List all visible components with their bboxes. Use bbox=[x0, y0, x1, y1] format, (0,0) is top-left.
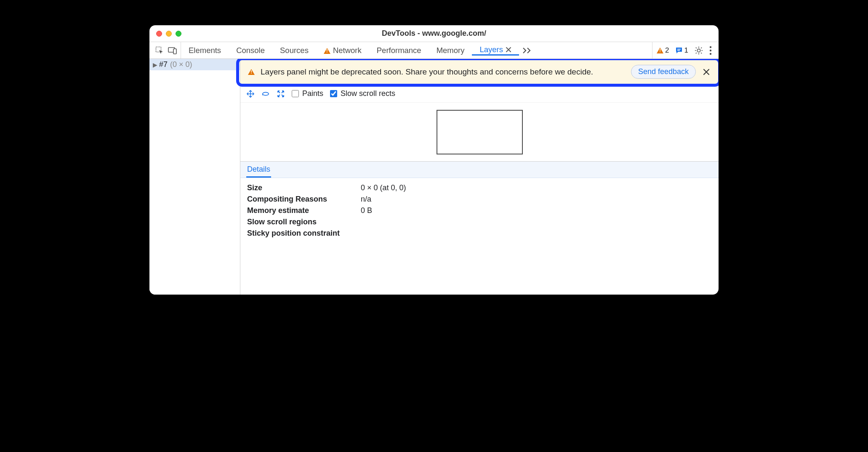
deprecation-banner: Layers panel might be deprecated soon. S… bbox=[240, 59, 719, 85]
layers-3d-view[interactable] bbox=[240, 103, 719, 162]
detail-row-memory: Memory estimate 0 B bbox=[247, 205, 406, 216]
details-tabbar: Details bbox=[240, 162, 719, 178]
tab-label: Network bbox=[333, 46, 362, 55]
window-title: DevTools - www.google.com/ bbox=[149, 29, 719, 38]
tab-label: Sources bbox=[280, 46, 309, 55]
rotate-tool-icon[interactable] bbox=[261, 90, 270, 98]
device-toolbar-icon[interactable] bbox=[168, 46, 177, 55]
tab-label: Elements bbox=[189, 46, 221, 55]
tab-label: Performance bbox=[377, 46, 421, 55]
paints-label: Paints bbox=[302, 89, 323, 98]
main-tabstrip: Elements Console Sources Network Perform… bbox=[149, 42, 719, 59]
detail-key: Compositing Reasons bbox=[247, 194, 361, 205]
message-count: 1 bbox=[684, 46, 688, 55]
detail-row-slow-scroll: Slow scroll regions bbox=[247, 216, 406, 228]
message-icon bbox=[675, 47, 683, 54]
slow-scroll-checkbox-input[interactable] bbox=[330, 90, 337, 97]
svg-point-7 bbox=[710, 53, 711, 54]
details-table: Size 0 × 0 (at 0, 0) Compositing Reasons… bbox=[247, 182, 406, 239]
tab-label: Layers bbox=[479, 45, 503, 54]
tab-console[interactable]: Console bbox=[229, 46, 272, 55]
more-tabs-button[interactable] bbox=[519, 47, 536, 54]
tab-sources[interactable]: Sources bbox=[272, 46, 316, 55]
close-banner-icon[interactable] bbox=[702, 67, 711, 77]
minimize-window-button[interactable] bbox=[166, 31, 172, 37]
disclosure-triangle-icon[interactable]: ▶ bbox=[153, 61, 157, 68]
close-window-button[interactable] bbox=[156, 31, 162, 37]
svg-point-6 bbox=[710, 49, 711, 51]
deprecation-banner-wrap: Layers panel might be deprecated soon. S… bbox=[240, 59, 719, 85]
layers-tree-sidebar: ▶ #7 (0 × 0) bbox=[149, 59, 240, 295]
svg-rect-3 bbox=[677, 49, 681, 50]
details-tab[interactable]: Details bbox=[246, 162, 271, 178]
window-controls bbox=[156, 31, 181, 37]
tab-label: Memory bbox=[437, 46, 465, 55]
close-tab-icon[interactable] bbox=[506, 47, 511, 53]
tab-label: Console bbox=[236, 46, 265, 55]
layer-dimensions: (0 × 0) bbox=[169, 60, 192, 69]
detail-value bbox=[361, 228, 406, 239]
layer-name: #7 bbox=[159, 60, 168, 69]
send-feedback-button[interactable]: Send feedback bbox=[631, 65, 696, 79]
warning-icon bbox=[248, 69, 255, 75]
slow-scroll-checkbox[interactable]: Slow scroll rects bbox=[330, 89, 395, 98]
tab-layers[interactable]: Layers bbox=[472, 45, 519, 56]
messages-counter[interactable]: 1 bbox=[675, 46, 688, 55]
detail-value: 0 × 0 (at 0, 0) bbox=[361, 182, 406, 194]
tab-network[interactable]: Network bbox=[316, 46, 369, 55]
layer-tree-item[interactable]: ▶ #7 (0 × 0) bbox=[149, 59, 240, 70]
slow-scroll-label: Slow scroll rects bbox=[341, 89, 395, 98]
inspect-element-icon[interactable] bbox=[155, 46, 164, 55]
detail-row-sticky: Sticky position constraint bbox=[247, 228, 406, 239]
panel-tabs: Elements Console Sources Network Perform… bbox=[181, 42, 536, 58]
settings-icon[interactable] bbox=[694, 46, 703, 55]
detail-value bbox=[361, 216, 406, 228]
issues-counter[interactable]: 2 bbox=[657, 46, 669, 55]
detail-key: Size bbox=[247, 182, 361, 194]
detail-value: 0 B bbox=[361, 205, 406, 216]
reset-view-icon[interactable] bbox=[277, 90, 285, 98]
devtools-window: DevTools - www.google.com/ Elements Cons… bbox=[149, 25, 719, 295]
inspect-tools bbox=[152, 42, 181, 58]
warning-icon bbox=[324, 48, 330, 54]
detail-key: Memory estimate bbox=[247, 205, 361, 216]
paints-checkbox[interactable]: Paints bbox=[292, 89, 323, 98]
paints-checkbox-input[interactable] bbox=[292, 90, 299, 97]
kebab-menu-icon[interactable] bbox=[709, 46, 712, 55]
tab-memory[interactable]: Memory bbox=[429, 46, 472, 55]
layers-toolbar: Paints Slow scroll rects bbox=[240, 85, 719, 103]
panel-body: ▶ #7 (0 × 0) Layers panel might be depre… bbox=[149, 59, 719, 295]
tab-performance[interactable]: Performance bbox=[369, 46, 429, 55]
titlebar: DevTools - www.google.com/ bbox=[149, 25, 719, 42]
pan-tool-icon[interactable] bbox=[246, 90, 255, 98]
detail-key: Sticky position constraint bbox=[247, 228, 361, 239]
details-pane: Size 0 × 0 (at 0, 0) Compositing Reasons… bbox=[240, 178, 719, 249]
tabstrip-status: 2 1 bbox=[652, 42, 716, 58]
zoom-window-button[interactable] bbox=[176, 31, 181, 37]
banner-text: Layers panel might be deprecated soon. S… bbox=[261, 67, 625, 77]
tab-elements[interactable]: Elements bbox=[181, 46, 229, 55]
layer-rectangle[interactable] bbox=[437, 110, 523, 154]
svg-rect-4 bbox=[677, 50, 680, 51]
detail-row-size: Size 0 × 0 (at 0, 0) bbox=[247, 182, 406, 194]
layers-main: Layers panel might be deprecated soon. S… bbox=[240, 59, 719, 295]
svg-rect-2 bbox=[173, 49, 176, 54]
svg-point-5 bbox=[710, 46, 711, 48]
detail-row-compositing: Compositing Reasons n/a bbox=[247, 194, 406, 205]
detail-key: Slow scroll regions bbox=[247, 216, 361, 228]
warning-icon bbox=[657, 48, 663, 53]
warning-count: 2 bbox=[665, 46, 669, 55]
detail-value: n/a bbox=[361, 194, 406, 205]
